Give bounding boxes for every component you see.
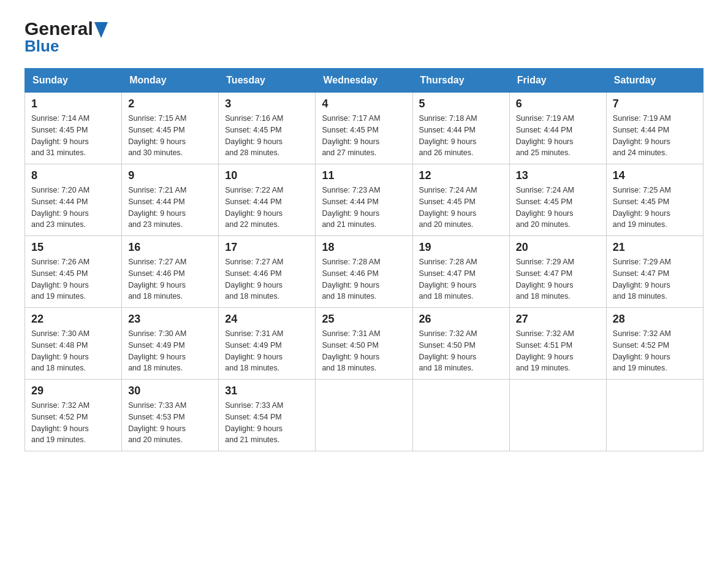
day-number: 20 <box>516 241 600 254</box>
logo-general-text: General <box>25 18 93 39</box>
calendar-cell: 3Sunrise: 7:16 AMSunset: 4:45 PMDaylight… <box>219 93 316 164</box>
calendar-cell: 17Sunrise: 7:27 AMSunset: 4:46 PMDayligh… <box>219 236 316 308</box>
calendar-cell: 28Sunrise: 7:32 AMSunset: 4:52 PMDayligh… <box>606 308 703 380</box>
calendar-cell <box>316 380 412 451</box>
day-info: Sunrise: 7:24 AMSunset: 4:45 PMDaylight:… <box>419 185 503 231</box>
header-day-wednesday: Wednesday <box>316 69 412 93</box>
day-number: 29 <box>31 385 115 397</box>
calendar-cell: 13Sunrise: 7:24 AMSunset: 4:45 PMDayligh… <box>509 164 606 236</box>
day-info: Sunrise: 7:17 AMSunset: 4:45 PMDaylight:… <box>322 113 406 159</box>
week-row-5: 29Sunrise: 7:32 AMSunset: 4:52 PMDayligh… <box>25 380 703 451</box>
calendar-cell: 14Sunrise: 7:25 AMSunset: 4:45 PMDayligh… <box>606 164 703 236</box>
calendar-cell: 25Sunrise: 7:31 AMSunset: 4:50 PMDayligh… <box>316 308 412 380</box>
day-info: Sunrise: 7:14 AMSunset: 4:45 PMDaylight:… <box>31 113 115 159</box>
day-info: Sunrise: 7:31 AMSunset: 4:49 PMDaylight:… <box>225 328 309 374</box>
day-info: Sunrise: 7:20 AMSunset: 4:44 PMDaylight:… <box>31 185 115 231</box>
day-number: 26 <box>419 313 503 326</box>
header-day-saturday: Saturday <box>606 69 703 93</box>
day-info: Sunrise: 7:22 AMSunset: 4:44 PMDaylight:… <box>225 185 309 231</box>
day-number: 15 <box>31 241 115 254</box>
day-number: 19 <box>419 241 503 254</box>
day-number: 4 <box>322 98 406 110</box>
day-number: 10 <box>225 169 309 182</box>
day-info: Sunrise: 7:33 AMSunset: 4:54 PMDaylight:… <box>225 400 309 446</box>
day-number: 2 <box>128 98 212 110</box>
calendar-cell <box>509 380 606 451</box>
day-info: Sunrise: 7:23 AMSunset: 4:44 PMDaylight:… <box>322 185 406 231</box>
calendar-cell: 12Sunrise: 7:24 AMSunset: 4:45 PMDayligh… <box>412 164 509 236</box>
calendar-cell: 23Sunrise: 7:30 AMSunset: 4:49 PMDayligh… <box>122 308 219 380</box>
day-number: 3 <box>225 98 309 110</box>
calendar-cell: 10Sunrise: 7:22 AMSunset: 4:44 PMDayligh… <box>219 164 316 236</box>
header-day-friday: Friday <box>509 69 606 93</box>
day-info: Sunrise: 7:27 AMSunset: 4:46 PMDaylight:… <box>128 256 212 302</box>
header-day-sunday: Sunday <box>25 69 122 93</box>
calendar-cell: 20Sunrise: 7:29 AMSunset: 4:47 PMDayligh… <box>509 236 606 308</box>
calendar-cell: 24Sunrise: 7:31 AMSunset: 4:49 PMDayligh… <box>219 308 316 380</box>
day-number: 9 <box>128 169 212 182</box>
calendar-cell: 27Sunrise: 7:32 AMSunset: 4:51 PMDayligh… <box>509 308 606 380</box>
calendar-cell: 19Sunrise: 7:28 AMSunset: 4:47 PMDayligh… <box>412 236 509 308</box>
svg-marker-0 <box>94 22 108 38</box>
day-info: Sunrise: 7:32 AMSunset: 4:50 PMDaylight:… <box>419 328 503 374</box>
day-number: 30 <box>128 385 212 397</box>
day-info: Sunrise: 7:24 AMSunset: 4:45 PMDaylight:… <box>516 185 600 231</box>
day-info: Sunrise: 7:29 AMSunset: 4:47 PMDaylight:… <box>613 256 697 302</box>
day-info: Sunrise: 7:26 AMSunset: 4:45 PMDaylight:… <box>31 256 115 302</box>
calendar-body: 1Sunrise: 7:14 AMSunset: 4:45 PMDaylight… <box>25 93 703 451</box>
day-number: 16 <box>128 241 212 254</box>
day-number: 11 <box>322 169 406 182</box>
day-number: 31 <box>225 385 309 397</box>
day-number: 18 <box>322 241 406 254</box>
day-number: 6 <box>516 98 600 110</box>
day-number: 23 <box>128 313 212 326</box>
day-number: 27 <box>516 313 600 326</box>
week-row-3: 15Sunrise: 7:26 AMSunset: 4:45 PMDayligh… <box>25 236 703 308</box>
day-info: Sunrise: 7:18 AMSunset: 4:44 PMDaylight:… <box>419 113 503 159</box>
week-row-4: 22Sunrise: 7:30 AMSunset: 4:48 PMDayligh… <box>25 308 703 380</box>
day-number: 24 <box>225 313 309 326</box>
day-number: 5 <box>419 98 503 110</box>
day-number: 28 <box>613 313 697 326</box>
calendar-cell: 31Sunrise: 7:33 AMSunset: 4:54 PMDayligh… <box>219 380 316 451</box>
calendar-cell: 30Sunrise: 7:33 AMSunset: 4:53 PMDayligh… <box>122 380 219 451</box>
calendar-header: SundayMondayTuesdayWednesdayThursdayFrid… <box>25 69 703 93</box>
day-info: Sunrise: 7:16 AMSunset: 4:45 PMDaylight:… <box>225 113 309 159</box>
calendar-cell: 7Sunrise: 7:19 AMSunset: 4:44 PMDaylight… <box>606 93 703 164</box>
calendar-cell: 22Sunrise: 7:30 AMSunset: 4:48 PMDayligh… <box>25 308 122 380</box>
calendar-cell: 4Sunrise: 7:17 AMSunset: 4:45 PMDaylight… <box>316 93 412 164</box>
day-info: Sunrise: 7:32 AMSunset: 4:52 PMDaylight:… <box>613 328 697 374</box>
day-number: 8 <box>31 169 115 182</box>
calendar-cell <box>412 380 509 451</box>
day-number: 7 <box>613 98 697 110</box>
calendar-cell: 29Sunrise: 7:32 AMSunset: 4:52 PMDayligh… <box>25 380 122 451</box>
calendar-cell: 18Sunrise: 7:28 AMSunset: 4:46 PMDayligh… <box>316 236 412 308</box>
day-number: 1 <box>31 98 115 110</box>
logo: General Blue <box>25 18 108 56</box>
day-info: Sunrise: 7:33 AMSunset: 4:53 PMDaylight:… <box>128 400 212 446</box>
calendar-cell: 11Sunrise: 7:23 AMSunset: 4:44 PMDayligh… <box>316 164 412 236</box>
day-number: 21 <box>613 241 697 254</box>
week-row-2: 8Sunrise: 7:20 AMSunset: 4:44 PMDaylight… <box>25 164 703 236</box>
calendar-cell: 5Sunrise: 7:18 AMSunset: 4:44 PMDaylight… <box>412 93 509 164</box>
day-info: Sunrise: 7:19 AMSunset: 4:44 PMDaylight:… <box>516 113 600 159</box>
calendar-cell: 1Sunrise: 7:14 AMSunset: 4:45 PMDaylight… <box>25 93 122 164</box>
day-number: 12 <box>419 169 503 182</box>
calendar-cell: 15Sunrise: 7:26 AMSunset: 4:45 PMDayligh… <box>25 236 122 308</box>
header-day-tuesday: Tuesday <box>219 69 316 93</box>
day-info: Sunrise: 7:29 AMSunset: 4:47 PMDaylight:… <box>516 256 600 302</box>
day-info: Sunrise: 7:15 AMSunset: 4:45 PMDaylight:… <box>128 113 212 159</box>
day-number: 13 <box>516 169 600 182</box>
day-number: 25 <box>322 313 406 326</box>
calendar-cell <box>606 380 703 451</box>
calendar-cell: 16Sunrise: 7:27 AMSunset: 4:46 PMDayligh… <box>122 236 219 308</box>
week-row-1: 1Sunrise: 7:14 AMSunset: 4:45 PMDaylight… <box>25 93 703 164</box>
day-info: Sunrise: 7:28 AMSunset: 4:47 PMDaylight:… <box>419 256 503 302</box>
logo-arrow-icon <box>94 22 108 38</box>
day-info: Sunrise: 7:28 AMSunset: 4:46 PMDaylight:… <box>322 256 406 302</box>
calendar-cell: 21Sunrise: 7:29 AMSunset: 4:47 PMDayligh… <box>606 236 703 308</box>
header-row: SundayMondayTuesdayWednesdayThursdayFrid… <box>25 69 703 93</box>
day-number: 17 <box>225 241 309 254</box>
day-info: Sunrise: 7:19 AMSunset: 4:44 PMDaylight:… <box>613 113 697 159</box>
header-day-thursday: Thursday <box>412 69 509 93</box>
